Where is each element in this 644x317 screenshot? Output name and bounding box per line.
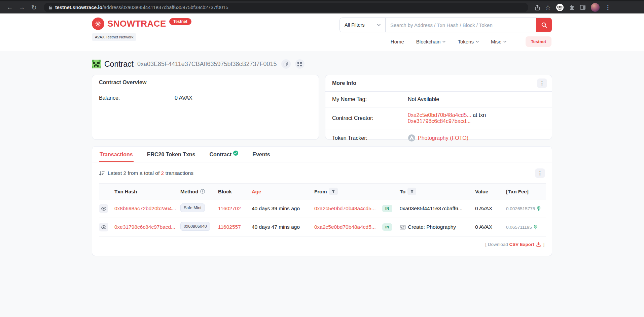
- nav-blockchain[interactable]: Blockchain: [416, 39, 446, 44]
- search-button[interactable]: [536, 18, 552, 32]
- contract-create-icon: [400, 225, 405, 229]
- nav-misc[interactable]: Misc: [491, 39, 506, 44]
- txn-hash-link[interactable]: 0xe31798c6c84c97bacd...: [114, 224, 175, 230]
- qr-code-icon: [297, 62, 302, 66]
- search-input[interactable]: [386, 18, 536, 32]
- age-text: 40 days 39 mins ago: [252, 205, 300, 211]
- url-domain: testnet.snowtrace.io: [55, 5, 102, 10]
- copy-icon: [284, 62, 288, 66]
- browser-profile-avatar[interactable]: [591, 3, 600, 12]
- network-badge: AVAX Testnet Network: [92, 33, 136, 41]
- page-title: Contract: [104, 60, 134, 69]
- browser-menu-icon[interactable]: ⋮: [605, 4, 611, 11]
- tab-contract[interactable]: Contract: [209, 147, 239, 162]
- creator-txn-link[interactable]: 0xe31798c6c84c97bacd...: [408, 118, 471, 124]
- site-logo[interactable]: SNOWTRACE Testnet: [92, 18, 191, 30]
- nav-divider: [516, 38, 516, 46]
- csv-export-row: [ Download CSV Export ]: [92, 236, 552, 254]
- transactions-card: Transactions ERC20 Token Txns Contract E…: [92, 146, 552, 256]
- url-path: /address/0xa03e85f4411e37cbaff635975bf38…: [102, 5, 228, 10]
- browser-reload-button[interactable]: ↻: [29, 3, 39, 12]
- creator-address-link[interactable]: 0xa2c5e0bd70b48a4cd5...: [408, 112, 471, 118]
- nav-blockchain-label: Blockchain: [416, 39, 441, 44]
- contract-overview-card: Contract Overview Balance: 0 AVAX: [92, 75, 319, 139]
- search-icon: [541, 22, 547, 28]
- browser-toolbar: ← → ↻ testnet.snowtrace.io/address/0xa03…: [0, 0, 644, 13]
- token-logo-icon: [408, 134, 416, 142]
- tab-erc20-token-txns[interactable]: ERC20 Token Txns: [146, 147, 196, 162]
- nav-home[interactable]: Home: [391, 39, 404, 44]
- gas-bulb-icon: $: [537, 206, 541, 211]
- brand-testnet-badge: Testnet: [169, 18, 191, 25]
- testnet-network-button[interactable]: Testnet: [526, 36, 551, 47]
- main-nav: Home Blockchain Tokens Misc Testnet: [391, 36, 552, 47]
- side-panel-icon[interactable]: [580, 5, 585, 10]
- info-icon: [200, 189, 205, 194]
- direction-badge: IN: [382, 223, 392, 231]
- lock-icon: [48, 5, 52, 10]
- copy-address-button[interactable]: [281, 59, 291, 69]
- method-badge: 0x60806040: [180, 222, 210, 231]
- col-age-sort[interactable]: Age: [252, 184, 314, 199]
- contract-creator-label: Contract Creator:: [332, 115, 408, 121]
- col-to: To: [400, 184, 475, 199]
- qr-code-button[interactable]: [295, 59, 305, 69]
- block-link[interactable]: 11602702: [218, 205, 241, 211]
- value-text: 0 AVAX: [475, 205, 492, 211]
- download-icon: [536, 242, 541, 248]
- txn-fee-text: 0.065711195: [506, 225, 532, 230]
- chevron-down-icon: [503, 41, 506, 43]
- transactions-table: Txn Hash Method Block Age From: [99, 183, 546, 236]
- from-filter-button[interactable]: [329, 188, 338, 195]
- col-method: Method: [180, 184, 218, 199]
- token-tracker-link[interactable]: Photography (FOTO): [418, 135, 468, 141]
- tx-summary-prefix: Latest 2 from a total of: [108, 170, 159, 176]
- view-tx-preview-button[interactable]: [99, 204, 108, 213]
- bookmark-star-icon[interactable]: ☆: [545, 4, 551, 11]
- share-icon[interactable]: [535, 5, 540, 10]
- browser-back-button[interactable]: ←: [5, 3, 15, 12]
- chevron-down-icon: [476, 41, 479, 43]
- col-block: Block: [218, 184, 252, 199]
- overview-card-title: Contract Overview: [99, 80, 146, 86]
- to-address: 0xa03e85f4411e37cbaff6...: [400, 205, 462, 212]
- extension-owl-icon[interactable]: [556, 4, 564, 11]
- tx-total-count: 2: [161, 170, 164, 176]
- from-address-link[interactable]: 0xa2c5e0bd70b48a4cd5...: [314, 224, 376, 230]
- block-link[interactable]: 11602557: [218, 224, 241, 230]
- csv-export-link[interactable]: CSV Export: [509, 242, 534, 247]
- nav-home-label: Home: [391, 39, 404, 44]
- sort-icon: [99, 171, 105, 176]
- table-header-row: Txn Hash Method Block Age From: [99, 184, 546, 199]
- extensions-puzzle-icon[interactable]: [569, 5, 575, 10]
- tab-events[interactable]: Events: [252, 147, 271, 162]
- site-header: SNOWTRACE Testnet AVAX Testnet Network A…: [0, 13, 644, 51]
- search-filter-label: All Filters: [345, 22, 365, 28]
- col-txn-hash: Txn Hash: [114, 184, 180, 199]
- gas-bulb-icon: $: [534, 224, 538, 230]
- txn-hash-link[interactable]: 0x8b698ac72bd20b2a64...: [114, 205, 176, 211]
- browser-forward-button[interactable]: →: [17, 3, 27, 12]
- view-tx-preview-button[interactable]: [99, 223, 108, 231]
- tx-table-menu-button[interactable]: ⋮: [535, 168, 545, 178]
- more-info-menu-button[interactable]: ⋮: [537, 78, 547, 88]
- from-address-link[interactable]: 0xa2c5e0bd70b48a4cd5...: [314, 205, 376, 211]
- nav-tokens[interactable]: Tokens: [458, 39, 479, 44]
- chevron-down-icon: [442, 41, 445, 43]
- to-filter-button[interactable]: [407, 188, 416, 195]
- nav-tokens-label: Tokens: [458, 39, 474, 44]
- to-address: Create: Photography: [408, 224, 456, 230]
- creator-connector: at txn: [473, 112, 486, 118]
- search-filter-dropdown[interactable]: All Filters: [340, 18, 386, 32]
- tab-transactions[interactable]: Transactions: [99, 147, 134, 162]
- tab-erc20-label: ERC20 Token Txns: [147, 152, 195, 158]
- address-bar[interactable]: testnet.snowtrace.io/address/0xa03e85f44…: [44, 3, 528, 12]
- col-value: Value: [475, 184, 506, 199]
- col-txn-fee: [Txn Fee]: [506, 184, 546, 199]
- col-from-label: From: [314, 189, 327, 194]
- page-title-row: Contract 0xa03E85F4411e37CBAff635975bf38…: [92, 59, 552, 69]
- tx-summary-suffix: transactions: [165, 170, 193, 176]
- chevron-down-icon: [377, 24, 381, 26]
- filter-funnel-icon: [410, 190, 414, 193]
- txn-fee-text: 0.0026515775: [506, 206, 535, 211]
